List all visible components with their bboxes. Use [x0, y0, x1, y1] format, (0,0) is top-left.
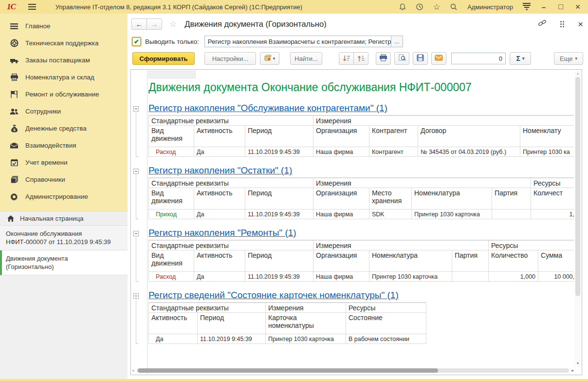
- nav-forward-button[interactable]: [147, 19, 162, 30]
- sidebar-item-remont[interactable]: Ремонт и обслуживание: [0, 86, 128, 103]
- grouping-tree: [131, 70, 147, 375]
- collapse-button[interactable]: [133, 106, 139, 112]
- table-cell: Контрагент: [369, 147, 418, 157]
- report-frame: Движения документа Окончание обслуживани…: [130, 69, 582, 375]
- collapse-button[interactable]: [133, 231, 139, 236]
- column-header-cell: Состояние: [346, 313, 426, 334]
- sidebar-item-spravochniki[interactable]: Справочники: [0, 171, 128, 188]
- report-section-1: Регистр накопления "Остатки" (1)Стандарт…: [148, 164, 574, 219]
- sort-descending-icon[interactable]: [339, 52, 354, 65]
- sidebar-item-label: Заказы поставщикам: [25, 57, 90, 64]
- vertical-scrollbar[interactable]: [574, 70, 581, 366]
- group-header-cell: Измерения: [313, 241, 489, 250]
- current-user-label[interactable]: Администратор: [467, 3, 513, 11]
- print-button[interactable]: [376, 52, 391, 65]
- column-header-cell: Вид движения: [149, 126, 194, 147]
- column-header-cell: Период: [245, 250, 313, 272]
- group-header-row: Стандартные реквизитыИзмеренияРесурсы: [149, 303, 426, 313]
- filter-checkbox[interactable]: ✔: [132, 38, 141, 46]
- filter-input[interactable]: Регистр накопления Взаиморасчеты с контр…: [204, 36, 403, 47]
- sidebar-item-nomenklatura[interactable]: Номенклатура и склад: [0, 69, 128, 86]
- tree-line: [136, 299, 136, 343]
- collapse-button[interactable]: [133, 293, 139, 299]
- table-cell: 1,: [531, 210, 574, 219]
- table-cell: 11.10.2019 9:45:39: [198, 334, 266, 344]
- vertical-scroll-thumb[interactable]: [575, 77, 580, 296]
- open-window-tab-0[interactable]: Окончание обслуживанияНФИТ-000007 от 11.…: [0, 226, 128, 250]
- group-header-cell: Стандартные реквизиты: [149, 116, 313, 126]
- sidebar-item-sotrudniki[interactable]: Сотрудники: [0, 103, 128, 120]
- titlebar: 1С Управление IT-отделом 8, редакция 3.1…: [0, 0, 588, 14]
- notifications-bell-icon[interactable]: [398, 2, 407, 11]
- scroll-left-icon[interactable]: [132, 368, 134, 373]
- tab-label-line2: (Горизонтально): [6, 263, 122, 271]
- table-cell: Да: [194, 272, 245, 282]
- home-page-button[interactable]: Начальная страница: [0, 211, 128, 226]
- more-menu-icon[interactable]: [560, 21, 564, 27]
- column-header-cell: Активность: [194, 250, 245, 272]
- sidebar-item-glavnoe[interactable]: Главное: [0, 18, 128, 35]
- sum-button[interactable]: Σ: [510, 52, 531, 65]
- group-header-cell: Стандартные реквизиты: [149, 178, 313, 188]
- sidebar-item-label: Денежные средства: [25, 125, 87, 132]
- tree-stub: [136, 343, 139, 344]
- tree-stub: [136, 219, 139, 219]
- horizontal-scroll-thumb[interactable]: [138, 368, 438, 373]
- scroll-up-icon[interactable]: [574, 71, 581, 76]
- scroll-right-icon[interactable]: [571, 368, 574, 373]
- counter-input[interactable]: 0: [451, 53, 506, 64]
- scroll-down-icon[interactable]: [574, 361, 581, 365]
- close-icon[interactable]: [573, 2, 582, 12]
- column-header-cell: Вид движения: [149, 250, 194, 272]
- more-button[interactable]: Еще: [554, 52, 583, 65]
- sidebar-item-vzaimodeystviya[interactable]: Взаимодействия: [0, 137, 128, 154]
- section-link[interactable]: Регистр сведений "Состояние карточек ном…: [148, 290, 399, 300]
- settings-button[interactable]: Настройки...: [204, 52, 256, 65]
- close-document-icon[interactable]: [578, 19, 583, 29]
- section-link[interactable]: Регистр накопления "Остатки" (1): [148, 165, 292, 175]
- horizontal-scrollbar[interactable]: [132, 367, 574, 374]
- report-toolbar: Сформировать Настройки... Найти...: [132, 52, 583, 65]
- nav-back-button[interactable]: [131, 19, 147, 30]
- sort-ascending-icon[interactable]: [353, 52, 368, 65]
- report-variant-button[interactable]: [260, 52, 279, 65]
- column-header-cell: Вид движения: [149, 188, 194, 210]
- truck-icon: [9, 56, 19, 65]
- search-icon[interactable]: [449, 2, 458, 11]
- favorite-star-icon[interactable]: [169, 19, 177, 29]
- filter-more-button[interactable]: ...: [391, 36, 403, 47]
- column-header-cell: Активность: [194, 188, 245, 210]
- table-cell: № 345435 от 04.03.2019 (руб.): [418, 147, 520, 157]
- sidebar-item-tehpodderzhka[interactable]: Техническая поддержка: [0, 35, 128, 52]
- open-window-tab-1[interactable]: Движения документа(Горизонтально): [0, 250, 128, 275]
- column-header-cell: Активность: [194, 126, 245, 147]
- save-button[interactable]: [413, 52, 428, 65]
- table-cell: Принтер 1030 ка: [520, 147, 574, 157]
- main-menu-icon[interactable]: [28, 4, 36, 10]
- group-header-row: Стандартные реквизитыИзмерения: [149, 116, 574, 126]
- table-cell: В рабочем состоянии: [346, 334, 426, 344]
- collapse-button[interactable]: [133, 169, 139, 174]
- window-title: Управление IT-отделом 8, редакция 3.1 КО…: [55, 3, 302, 11]
- generate-button[interactable]: Сформировать: [132, 52, 195, 65]
- maximize-icon[interactable]: [556, 2, 565, 11]
- panel-settings-icon[interactable]: ▾: [522, 3, 531, 11]
- home-icon: [6, 215, 16, 222]
- sidebar-item-zakazy[interactable]: Заказы поставщикам: [0, 52, 128, 69]
- minimize-icon[interactable]: [539, 3, 548, 11]
- section-link[interactable]: Регистр накопления "Ремонты" (1): [148, 228, 296, 238]
- svg-text:$: $: [13, 128, 16, 132]
- favorites-star-icon[interactable]: [432, 2, 441, 11]
- preview-button[interactable]: [394, 52, 409, 65]
- column-header-cell: Контрагент: [369, 126, 418, 147]
- sidebar-item-dengi[interactable]: $Денежные средства: [0, 120, 128, 137]
- sidebar-item-uchet-vremeni[interactable]: Учет времени: [0, 154, 128, 171]
- filter-value[interactable]: Регистр накопления Взаиморасчеты с контр…: [205, 36, 391, 47]
- send-mail-button[interactable]: [431, 52, 446, 65]
- find-button[interactable]: Найти...: [290, 52, 322, 65]
- sidebar-tabs: Окончание обслуживанияНФИТ-000007 от 11.…: [0, 226, 128, 275]
- sidebar-item-administrirovanie[interactable]: Администрирование: [0, 188, 128, 205]
- section-link[interactable]: Регистр накопления "Обслуживание контраг…: [148, 103, 387, 113]
- get-link-icon[interactable]: [538, 19, 547, 29]
- history-icon[interactable]: [415, 2, 424, 11]
